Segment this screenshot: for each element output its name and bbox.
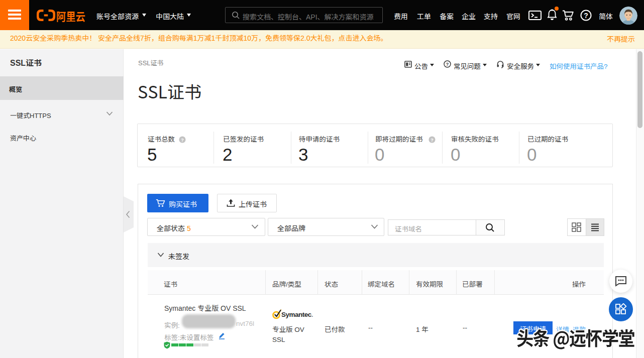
svg-text:?: ? — [181, 138, 184, 143]
svg-text:?: ? — [431, 138, 434, 143]
svg-text:?: ? — [446, 61, 449, 67]
svg-text:?: ? — [584, 12, 588, 20]
